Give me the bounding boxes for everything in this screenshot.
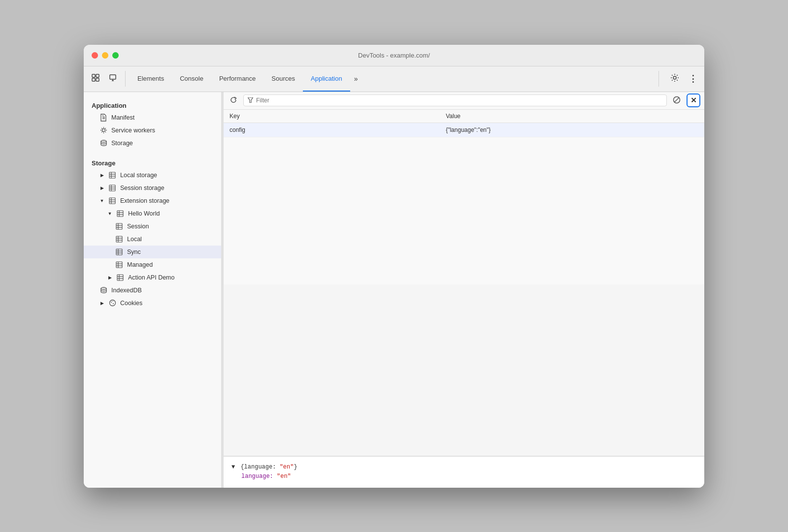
sync-icon [115, 248, 123, 256]
sidebar-item-managed-label: Managed [127, 261, 153, 268]
indexeddb-icon [99, 286, 107, 294]
window-controls [92, 52, 119, 59]
svg-point-50 [109, 300, 115, 306]
minimize-window-button[interactable] [102, 52, 108, 59]
manifest-icon [99, 114, 107, 122]
svg-rect-29 [116, 223, 122, 229]
close-window-button[interactable] [92, 52, 98, 59]
more-tabs-button[interactable]: » [350, 66, 362, 92]
sidebar-item-indexeddb[interactable]: IndexedDB [84, 284, 221, 297]
sidebar-item-session-storage-label: Session storage [120, 185, 164, 191]
sidebar-item-storage-app-label: Storage [111, 140, 133, 147]
inspect-element-button[interactable] [105, 71, 121, 87]
cursor-tool-button[interactable] [88, 71, 103, 87]
sidebar-item-local-storage[interactable]: ▶ Local storage [84, 169, 221, 182]
sidebar-item-service-workers[interactable]: Service workers [84, 124, 221, 137]
devtools-window: DevTools - example.com/ [84, 45, 704, 488]
settings-button[interactable] [667, 71, 683, 87]
preview-root: ▼ {language: "en"} [231, 463, 696, 472]
toolbar-right-buttons: ⋮ [658, 71, 700, 87]
gear-icon [670, 73, 679, 84]
delete-button[interactable]: ✕ [687, 94, 700, 107]
key-column-header: Key [224, 110, 440, 123]
panel-toolbar: ✕ [224, 92, 704, 110]
sidebar-item-local-storage-label: Local storage [120, 172, 157, 179]
sidebar-item-service-workers-label: Service workers [111, 127, 155, 134]
action-api-demo-arrow: ▶ [107, 275, 112, 280]
filter-icon [248, 97, 253, 104]
preview-object-label: {language: "en"} [240, 464, 297, 470]
value-column-header: Value [440, 110, 704, 123]
svg-point-49 [101, 287, 106, 289]
tab-performance[interactable]: Performance [211, 66, 263, 92]
sidebar-item-extension-storage[interactable]: ▼ Extension storage [84, 194, 221, 207]
action-api-demo-icon [116, 274, 124, 282]
preview-property-value: "en" [277, 473, 291, 480]
tab-elements[interactable]: Elements [130, 66, 172, 92]
value-cell: {"language":"en"} [440, 123, 704, 137]
cookies-arrow: ▶ [99, 301, 104, 306]
svg-point-11 [102, 129, 105, 132]
filter-container [243, 94, 667, 106]
extension-storage-arrow: ▼ [99, 198, 104, 203]
sidebar-item-hello-world[interactable]: ▼ Hello World [84, 207, 221, 220]
svg-rect-17 [109, 185, 115, 191]
sidebar-item-extension-storage-label: Extension storage [120, 197, 169, 204]
maximize-window-button[interactable] [112, 52, 119, 59]
storage-app-icon [99, 139, 107, 147]
sidebar-item-local-label: Local [127, 236, 142, 243]
svg-rect-13 [109, 172, 115, 178]
sidebar-item-session[interactable]: Session [84, 220, 221, 233]
svg-marker-54 [248, 97, 253, 103]
sidebar: Application Manifest [84, 92, 222, 488]
cookies-icon [108, 299, 116, 307]
tab-sources[interactable]: Sources [263, 66, 303, 92]
data-table-container: Key Value config {"language":"en"} [224, 110, 704, 457]
hello-world-icon [116, 210, 124, 218]
x-icon: ✕ [690, 96, 697, 105]
cursor-icon [91, 73, 100, 84]
svg-rect-41 [116, 262, 122, 268]
sidebar-item-action-api-demo-label: Action API Demo [128, 274, 175, 281]
svg-rect-45 [117, 275, 123, 281]
svg-point-12 [101, 140, 106, 142]
preview-object: ▼ {language: "en"} language: "en" [231, 463, 696, 481]
svg-rect-3 [96, 78, 99, 81]
sidebar-item-cookies[interactable]: ▶ Cookies [84, 297, 221, 310]
tab-bar: Elements Console Performance Sources App… [130, 66, 658, 92]
svg-rect-2 [92, 78, 95, 81]
preview-arrow: ▼ [231, 463, 235, 472]
sidebar-item-managed[interactable]: Managed [84, 258, 221, 271]
local-storage-arrow: ▶ [99, 173, 104, 178]
sidebar-item-sync[interactable]: Sync [84, 246, 221, 258]
local-icon [115, 235, 123, 243]
svg-point-7 [673, 76, 676, 79]
sidebar-item-manifest[interactable]: Manifest [84, 111, 221, 124]
sidebar-item-cookies-label: Cookies [120, 300, 142, 307]
sidebar-item-session-storage[interactable]: ▶ Session storage [84, 182, 221, 194]
sidebar-item-sync-label: Sync [127, 249, 141, 255]
session-storage-arrow: ▶ [99, 186, 104, 190]
tab-console[interactable]: Console [172, 66, 211, 92]
table-row[interactable]: config {"language":"en"} [224, 123, 704, 137]
block-icon [673, 96, 681, 105]
sidebar-item-storage-app[interactable]: Storage [84, 137, 221, 150]
svg-point-52 [113, 303, 114, 304]
svg-rect-25 [117, 211, 123, 217]
sidebar-item-indexeddb-label: IndexedDB [111, 287, 142, 294]
session-storage-icon [108, 184, 116, 192]
svg-rect-21 [109, 198, 115, 204]
extension-storage-icon [108, 197, 116, 205]
main-toolbar: Elements Console Performance Sources App… [84, 66, 704, 92]
refresh-button[interactable] [228, 94, 239, 106]
filter-input[interactable] [256, 97, 662, 104]
main-content: Application Manifest [84, 92, 704, 488]
devtools-panel: ✕ Key Value config {"language":" [224, 92, 704, 488]
sidebar-item-action-api-demo[interactable]: ▶ Action API Demo [84, 271, 221, 284]
svg-rect-37 [116, 249, 122, 255]
clear-filter-button[interactable] [671, 94, 683, 106]
preview-property-key: language: [241, 473, 273, 480]
tab-application[interactable]: Application [303, 66, 350, 92]
sidebar-item-local[interactable]: Local [84, 233, 221, 246]
more-options-button[interactable]: ⋮ [685, 71, 700, 87]
